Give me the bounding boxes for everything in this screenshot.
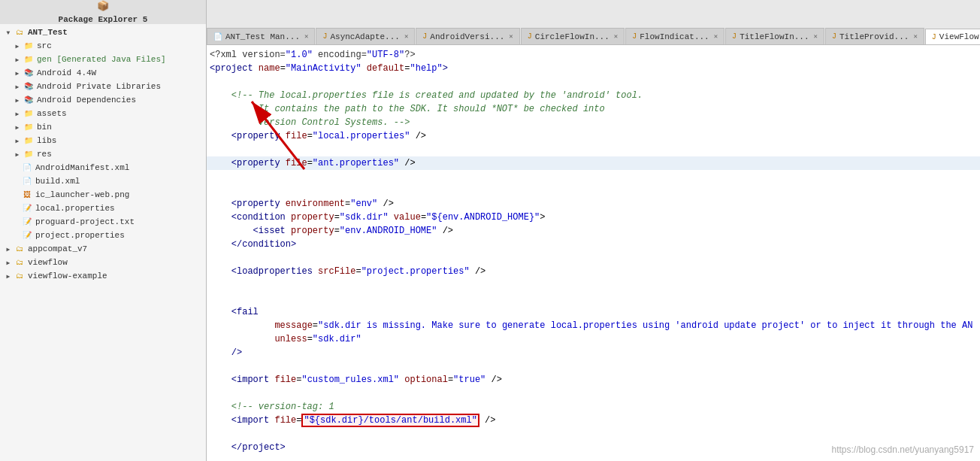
tab-label-ant-test-man: ANT_Test Man... [225, 32, 300, 41]
tree-item-libs[interactable]: ▶ 📁 libs [0, 134, 206, 147]
android-private-icon: 📚 [23, 80, 35, 93]
expand-toggle-assets[interactable]: ▶ [12, 108, 23, 119]
code-line-20: <fail [207, 305, 980, 319]
tree-item-buildxml[interactable]: 📄 build.xml [0, 174, 206, 188]
tree-item-viewflow-example[interactable]: ▶ 🗂 viewflow-example [0, 269, 206, 283]
tab-java-icon-titleprov: J [832, 32, 836, 41]
projectprop-icon: 📝 [21, 229, 33, 241]
code-line-17: <loadproperties srcFile="project.propert… [207, 265, 980, 278]
tab-viewflow-java[interactable]: J ViewFlow.java ✕ [925, 29, 980, 45]
tab-java-icon-async: J [322, 32, 327, 41]
tree-item-android-private[interactable]: ▶ 📚 Android Private Libraries [0, 80, 206, 93]
tab-close-titleflow[interactable]: ✕ [814, 32, 818, 41]
tab-label-circleflow: CircleFlowIn... [535, 32, 609, 41]
expand-toggle-appcompat[interactable]: ▶ [3, 244, 14, 254]
watermark: https://blog.csdn.net/yuanyang5917 [832, 444, 974, 455]
project-icon: 🗂 [14, 26, 26, 38]
code-content: <?xml version="1.0" encoding="UTF-8"?> <… [207, 45, 980, 461]
code-editor[interactable]: <?xml version="1.0" encoding="UTF-8"?> <… [207, 45, 980, 461]
tree-label-buildxml: build.xml [35, 177, 80, 186]
tree-item-android-deps[interactable]: ▶ 📚 Android Dependencies [0, 93, 206, 107]
tree-item-androidmanifest[interactable]: 📄 AndroidManifest.xml [0, 161, 206, 174]
expand-toggle-libs[interactable]: ▶ [12, 135, 23, 146]
expand-toggle-android-deps[interactable]: ▶ [12, 95, 23, 105]
tree-label-localprop: local.properties [35, 204, 115, 213]
res-icon: 📁 [23, 148, 35, 160]
code-line-7: <property file="local.properties" /> [207, 129, 980, 143]
tree-item-iclauncher[interactable]: 🖼 ic_launcher-web.png [0, 188, 206, 202]
viewflow-example-icon: 🗂 [14, 270, 26, 282]
expand-toggle-viewflow-example[interactable]: ▶ [3, 271, 14, 281]
tree-item-assets[interactable]: ▶ 📁 assets [0, 107, 206, 120]
android44-icon: 📚 [23, 67, 35, 79]
code-line-18 [207, 278, 980, 292]
tree-item-bin[interactable]: ▶ 📁 bin [0, 120, 206, 134]
expand-toggle-bin[interactable]: ▶ [12, 122, 23, 132]
code-line-14: <isset property="env.ANDROID_HOME" /> [207, 224, 980, 238]
tree-label-projectprop: project.properties [35, 231, 125, 240]
expand-toggle-android-private[interactable]: ▶ [12, 81, 23, 92]
tree-label-android-deps: Android Dependencies [37, 96, 136, 105]
tab-java-icon-flow: J [632, 32, 637, 41]
tab-android-versi[interactable]: J AndroidVersi... ✕ [416, 28, 519, 44]
code-line-12: <property environment="env" /> [207, 197, 980, 211]
tab-close-titleprovid[interactable]: ✕ [913, 32, 917, 41]
code-line-28: <import file="${sdk.dir}/tools/ant/build… [207, 414, 980, 427]
tab-java-icon-circle: J [528, 32, 532, 41]
code-line-11 [207, 183, 980, 197]
tab-flow-indicat[interactable]: J FlowIndicat... ✕ [625, 28, 724, 44]
tab-label-titleprovid: TitleProvid... [839, 32, 909, 41]
libs-icon: 📁 [23, 135, 35, 147]
expand-toggle-ant-test[interactable]: ▼ [3, 27, 14, 38]
code-line-25: <import file="custom_rules.xml" optional… [207, 373, 980, 387]
tree-label-appcompat: appcompat_v7 [28, 244, 87, 253]
tab-async-adapter[interactable]: J AsyncAdapte... ✕ [316, 28, 415, 44]
tab-java-icon-android: J [422, 32, 427, 41]
tab-titleprovid[interactable]: J TitleProvid... ✕ [825, 28, 924, 44]
tab-close-flow[interactable]: ✕ [714, 32, 718, 41]
tab-label-async-adapter: AsyncAdapte... [330, 32, 399, 41]
tree-label-src: src [37, 41, 52, 50]
expand-toggle-res[interactable]: ▶ [12, 149, 23, 159]
tab-ant-test-man[interactable]: 📄 ANT_Test Man... ✕ [207, 28, 315, 44]
src-folder-icon: 📁 [23, 40, 35, 52]
bin-icon: 📁 [23, 121, 35, 133]
expand-toggle-android44[interactable]: ▶ [12, 68, 23, 78]
expand-toggle-src[interactable]: ▶ [12, 41, 23, 51]
tab-circleflow[interactable]: J CircleFlowIn... ✕ [521, 28, 625, 44]
tab-java-icon-title: J [732, 32, 737, 41]
tree-item-appcompat[interactable]: ▶ 🗂 appcompat_v7 [0, 242, 206, 256]
code-line-24 [207, 359, 980, 373]
tab-close-ant-test-man[interactable]: ✕ [304, 32, 308, 41]
tab-close-circleflow[interactable]: ✕ [614, 32, 618, 41]
package-explorer-icon: 📦 [97, 0, 109, 12]
tree-item-gen[interactable]: ▶ 📁 gen [Generated Java Files] [0, 53, 206, 66]
code-line-16 [207, 251, 980, 265]
tree-item-localprop[interactable]: 📝 local.properties [0, 202, 206, 215]
tree-item-projectprop[interactable]: 📝 project.properties [0, 229, 206, 242]
code-line-21: message="sdk.dir is missing. Make sure t… [207, 319, 980, 332]
tree-item-proguard[interactable]: 📝 proguard-project.txt [0, 215, 206, 229]
tree-label-viewflow-example: viewflow-example [28, 271, 107, 281]
tree-item-android44[interactable]: ▶ 📚 Android 4.4W [0, 66, 206, 80]
tree-label-ant-test: ANT_Test [28, 28, 68, 37]
code-line-26 [207, 387, 980, 400]
tab-close-async[interactable]: ✕ [404, 32, 408, 41]
tree-item-viewflow[interactable]: ▶ 🗂 viewflow [0, 256, 206, 269]
tree-item-ant-test[interactable]: ▼ 🗂 ANT_Test [0, 26, 206, 39]
expand-toggle-gen[interactable]: ▶ [12, 54, 23, 65]
code-line-8 [207, 143, 980, 156]
tab-bar: 📄 ANT_Test Man... ✕ J AsyncAdapte... ✕ J… [207, 24, 980, 45]
iclauncher-icon: 🖼 [21, 189, 33, 201]
tree-item-res[interactable]: ▶ 📁 res [0, 147, 206, 161]
tab-label-titleflow: TitleFlowIn... [740, 32, 809, 41]
expand-toggle-viewflow[interactable]: ▶ [3, 257, 14, 268]
gen-folder-icon: 📁 [23, 53, 35, 65]
tab-label-viewflow-java: ViewFlow.java [939, 32, 980, 41]
code-line-5: It contains the path to the SDK. It shou… [207, 102, 980, 116]
tab-close-android-versi[interactable]: ✕ [509, 32, 513, 41]
tree-item-src[interactable]: ▶ 📁 src [0, 39, 206, 53]
tree-label-libs: libs [37, 136, 56, 145]
code-line-3 [207, 75, 980, 89]
tab-titleflow[interactable]: J TitleFlowIn... ✕ [725, 28, 824, 44]
